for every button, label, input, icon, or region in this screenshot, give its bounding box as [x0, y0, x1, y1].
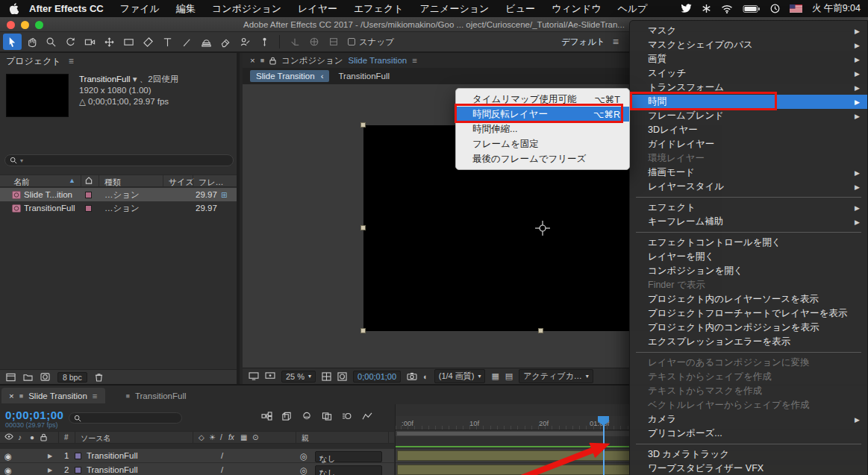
- menubar-item[interactable]: コンポジション: [212, 2, 281, 16]
- grid-guides-icon[interactable]: [322, 372, 331, 381]
- region-of-interest-icon[interactable]: ▦: [491, 371, 499, 381]
- world-axis-icon[interactable]: [305, 34, 323, 50]
- column-number[interactable]: #: [64, 433, 69, 441]
- layer-handle[interactable]: [360, 328, 366, 333]
- interpret-footage-icon[interactable]: [6, 373, 16, 382]
- context-menu-item[interactable]: レイヤースタイル ▶: [630, 180, 867, 194]
- context-menu-item[interactable]: ベクトルレイヤーからシェイプを作成: [630, 398, 867, 412]
- motion-blur-icon[interactable]: [340, 410, 354, 422]
- new-composition-icon[interactable]: [40, 373, 50, 381]
- label-column-tag-icon[interactable]: [85, 177, 93, 185]
- resolution-dropdown[interactable]: (1/4 画質) ▾: [434, 369, 486, 383]
- menubar-item[interactable]: ヘルプ: [617, 2, 647, 16]
- parent-pick-whip-icon[interactable]: ◎: [300, 451, 307, 462]
- zoom-tool-icon[interactable]: [42, 34, 60, 50]
- context-menu-item[interactable]: カメラ ▶: [630, 412, 867, 427]
- effects-column-label[interactable]: fx: [228, 433, 234, 441]
- minimize-window-button[interactable]: [21, 21, 29, 29]
- frame-blend-column-icon[interactable]: ▦: [240, 433, 247, 441]
- context-menu-item[interactable]: 3Dレイヤー: [630, 123, 867, 137]
- graph-editor-icon[interactable]: [360, 410, 374, 422]
- project-color-depth-button[interactable]: 8 bpc: [57, 372, 87, 383]
- context-menu-item[interactable]: キーフレーム補助 ▶: [630, 215, 867, 229]
- menubar-item[interactable]: ウィンドウ: [552, 2, 602, 16]
- column-source-name[interactable]: ソース名: [81, 433, 110, 444]
- layer-handle[interactable]: [538, 328, 543, 333]
- app-menu-title[interactable]: After Effects CC: [29, 3, 104, 14]
- lock-column-icon[interactable]: [40, 433, 47, 441]
- workspace-label[interactable]: デフォルト: [561, 37, 605, 48]
- context-menu-item[interactable]: プロジェクト内のレイヤーソースを表示: [630, 292, 867, 306]
- context-menu-item[interactable]: ワープスタビライザー VFX: [630, 462, 867, 475]
- layer-row[interactable]: ◉ ▶ 2 TransitionFull / ◎ なし ▾: [0, 463, 394, 475]
- rotate-tool-icon[interactable]: [61, 34, 80, 50]
- column-name[interactable]: 名前: [13, 177, 30, 188]
- layer-name[interactable]: TransitionFull: [87, 465, 138, 474]
- context-menu-item[interactable]: マスクとシェイプのパス ▶: [630, 38, 867, 52]
- context-menu-item[interactable]: [630, 229, 867, 236]
- draft-3d-icon[interactable]: [280, 410, 293, 422]
- column-size[interactable]: サイズ: [169, 177, 194, 188]
- clone-stamp-tool-icon[interactable]: [197, 34, 216, 50]
- context-menu-item[interactable]: [630, 349, 867, 356]
- context-menu-item[interactable]: エフェクトコントロールを開く: [630, 236, 867, 250]
- snap-checkbox[interactable]: [348, 38, 355, 45]
- project-panel-title[interactable]: プロジェクト: [6, 55, 61, 68]
- transparency-grid-icon[interactable]: ▤: [505, 371, 513, 381]
- video-column-eye-icon[interactable]: [4, 433, 13, 440]
- menubar-item[interactable]: アニメーション: [420, 2, 490, 16]
- layer-visibility-eye-icon[interactable]: ◉: [4, 451, 12, 462]
- timeline-tab-active[interactable]: × ■ Slide Transition ≡: [1, 388, 105, 403]
- context-menu-item[interactable]: エフェクト ▶: [630, 201, 867, 215]
- menubar-item[interactable]: レイヤー: [298, 2, 337, 16]
- menubar-clock[interactable]: 火 午前9:04: [812, 2, 861, 15]
- show-channel-icon[interactable]: ◐: [423, 372, 428, 381]
- mask-visibility-icon[interactable]: [337, 372, 347, 381]
- panel-menu-icon[interactable]: ≡: [93, 391, 98, 400]
- axis-mode-icon[interactable]: [285, 34, 304, 50]
- project-item-row[interactable]: TransitionFull …ション 29.97: [0, 201, 237, 215]
- new-folder-icon[interactable]: [23, 373, 33, 381]
- timeline-search-input[interactable]: [69, 412, 182, 424]
- puppet-pin-tool-icon[interactable]: [255, 34, 274, 50]
- apple-menu-icon[interactable]: [9, 3, 19, 14]
- main-viewer-icon[interactable]: [265, 372, 275, 380]
- parent-dropdown[interactable]: なし ▾: [315, 465, 382, 475]
- roto-brush-tool-icon[interactable]: [236, 34, 255, 50]
- brush-tool-icon[interactable]: [178, 34, 196, 50]
- camera-tool-icon[interactable]: [81, 34, 99, 50]
- panel-menu-icon[interactable]: ≡: [412, 56, 417, 65]
- always-preview-icon[interactable]: [249, 372, 259, 380]
- submenu-item[interactable]: タイムリマップ使用可能 ⌥⌘T: [456, 92, 629, 107]
- layer-visibility-eye-icon[interactable]: ◉: [4, 465, 12, 475]
- quality-column-icon[interactable]: /: [220, 433, 222, 441]
- shape-tool-icon[interactable]: [119, 34, 138, 50]
- hide-shy-icon[interactable]: [300, 410, 313, 422]
- current-time-display[interactable]: 0;00;01;00: [353, 371, 401, 383]
- pen-tool-icon[interactable]: [139, 34, 157, 50]
- parent-dropdown[interactable]: なし ▾: [315, 451, 382, 462]
- context-menu-item[interactable]: コンポジションを開く: [630, 264, 867, 278]
- view-axis-icon[interactable]: [324, 34, 343, 50]
- battery-icon[interactable]: [743, 4, 761, 13]
- menubar-item[interactable]: ファイル: [120, 2, 160, 16]
- trash-icon[interactable]: [95, 373, 103, 382]
- close-window-button[interactable]: [7, 21, 15, 29]
- magnification-dropdown[interactable]: 25 % ▾: [281, 371, 316, 383]
- submenu-item[interactable]: 時間伸縮...: [456, 122, 629, 136]
- sort-ascending-icon[interactable]: ▲: [69, 177, 75, 184]
- collapse-column-icon[interactable]: ☀: [209, 433, 216, 441]
- timeline-tab-inactive[interactable]: ■ TransitionFull: [116, 388, 197, 403]
- column-parent[interactable]: 親: [302, 433, 309, 444]
- close-tab-icon[interactable]: ×: [250, 56, 255, 65]
- column-frame[interactable]: フレ…: [199, 177, 224, 188]
- menubar-item[interactable]: ビュー: [505, 2, 535, 16]
- motion-blur-column-icon[interactable]: ⊙: [252, 433, 258, 441]
- selection-tool-icon[interactable]: [3, 34, 22, 50]
- lock-icon[interactable]: [269, 57, 276, 65]
- context-menu-item[interactable]: プリコンポーズ...: [630, 427, 867, 441]
- context-menu-item[interactable]: レイヤーを開く: [630, 250, 867, 264]
- context-menu-item[interactable]: テキストからマスクを作成: [630, 384, 867, 398]
- timeline-timecode[interactable]: 0;00;01;00: [5, 409, 63, 421]
- context-menu-item[interactable]: [630, 441, 867, 447]
